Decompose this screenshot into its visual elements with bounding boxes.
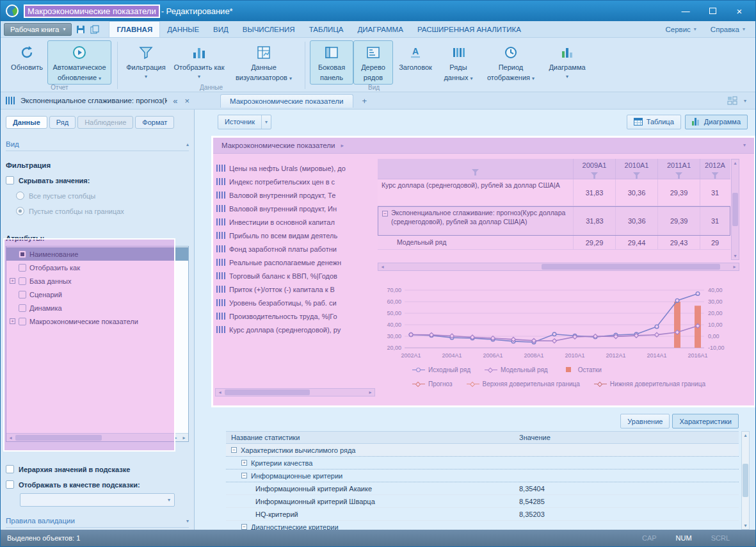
scroll-left-icon[interactable]: ◂	[378, 264, 387, 270]
expand-icon[interactable]: +	[241, 460, 247, 466]
vertical-scrollbar[interactable]: ▴ ▾	[731, 159, 739, 260]
tree-item[interactable]: Реальные располагаемые денежн	[216, 256, 376, 269]
copy-icon[interactable]	[90, 24, 100, 35]
tab-vychisleniya[interactable]: ВЫЧИСЛЕНИЯ	[236, 21, 302, 37]
save-icon[interactable]	[76, 24, 86, 35]
tree-item[interactable]: Инвестиции в основной капитал	[216, 215, 376, 229]
list-item[interactable]: Динамика	[6, 301, 188, 314]
filter-icon[interactable]	[472, 169, 479, 176]
chart-area[interactable]: 70,0060,0050,0040,0030,0020,0040,0030,00…	[378, 285, 739, 363]
data-series-button[interactable]: Ряды данных ▾	[438, 40, 479, 85]
column-header[interactable]: 2012A	[705, 161, 725, 169]
chevron-down-icon[interactable]: ▾	[743, 142, 746, 148]
hide-values-checkbox[interactable]	[6, 176, 14, 184]
tree-item[interactable]: Торговый баланс к ВВП, %|Годов	[216, 269, 376, 282]
section-validation-header[interactable]: Правила валидации ▾	[6, 517, 189, 528]
tab-vid[interactable]: ВИД	[206, 21, 236, 37]
stats-group-row[interactable]: −Информационные критерии	[226, 469, 739, 482]
show-as-tooltip-checkbox[interactable]	[6, 480, 14, 489]
source-button[interactable]: Источник ▾	[218, 115, 271, 129]
column-header[interactable]: 2010A1	[625, 161, 649, 169]
section-view-header[interactable]: Вид ▴	[6, 140, 189, 151]
help-menu[interactable]: Справка▾	[711, 26, 745, 33]
collapse-icon[interactable]: −	[241, 524, 247, 530]
filter-icon[interactable]	[633, 172, 640, 179]
hierarchy-tooltip-checkbox[interactable]	[6, 465, 14, 473]
chart-button[interactable]: Диаграмма ▾	[543, 40, 591, 83]
series-tree-button[interactable]: Дерево рядов	[353, 40, 393, 85]
side-panel-button[interactable]: Боковая панель	[310, 40, 353, 85]
characteristics-button[interactable]: Характеристики	[672, 414, 739, 429]
sidebar-tab-ryad[interactable]: Ряд	[49, 116, 76, 129]
list-item[interactable]: Сценарий	[6, 288, 188, 301]
list-item[interactable]: Отобразить как	[6, 261, 188, 274]
tab-dannye[interactable]: ДАННЫЕ	[160, 21, 206, 37]
expander-icon[interactable]: +	[10, 318, 15, 324]
maximize-icon[interactable]	[702, 4, 723, 18]
expander-icon[interactable]: +	[10, 278, 15, 284]
scroll-up-icon[interactable]: ▴	[741, 432, 750, 438]
table-row[interactable]: Курс доллара (среднегодовой), рублей за …	[378, 179, 730, 206]
minimize-icon[interactable]: —	[675, 4, 696, 18]
stats-group-row[interactable]: +Критерии качества	[226, 457, 739, 469]
vertical-scrollbar[interactable]: ▴ ▾	[741, 431, 750, 530]
scroll-right-icon[interactable]: ▸	[180, 435, 188, 441]
display-period-button[interactable]: Период отображения ▾	[479, 40, 543, 85]
scroll-down-icon[interactable]: ▾	[731, 253, 739, 259]
scroll-left-icon[interactable]: ◂	[216, 389, 224, 395]
collapse-icon[interactable]: −	[382, 211, 388, 216]
column-header[interactable]: 2011A1	[667, 161, 691, 169]
tree-item[interactable]: Производительность труда, %|Го	[216, 309, 376, 323]
scroll-right-icon[interactable]: ▸	[172, 435, 180, 441]
tree-item[interactable]: Валовой внутренний продукт, Ин	[216, 202, 376, 215]
workbook-button[interactable]: Рабочая книга▾	[4, 23, 72, 36]
attribute-checkbox[interactable]	[19, 250, 26, 258]
add-tab-icon[interactable]: +	[362, 96, 367, 106]
auto-refresh-button[interactable]: Автоматическое обновление ▾	[47, 40, 111, 85]
column-header[interactable]: 2009A1	[583, 161, 607, 169]
chevron-down-icon[interactable]: ▾	[744, 98, 746, 104]
attribute-checkbox[interactable]	[19, 264, 26, 272]
filter-icon[interactable]	[712, 172, 719, 179]
stats-group-row[interactable]: −Диагностические критерии	[226, 521, 739, 530]
tree-item[interactable]: Фонд заработной платы работни	[216, 242, 376, 256]
tree-item[interactable]: Валовой внутренний продукт, Те	[216, 188, 376, 202]
document-tab[interactable]: Макроэкономические показатели	[220, 94, 353, 108]
list-item[interactable]: + Макроэкономические показатели	[6, 314, 188, 328]
tab-diagramma[interactable]: ДИАГРАММА	[351, 21, 410, 37]
sidebar-tab-format[interactable]: Формат	[135, 116, 174, 129]
horizontal-scrollbar[interactable]: ◂ ▸	[378, 263, 739, 271]
refresh-button[interactable]: Обновить	[6, 40, 47, 75]
scroll-left-icon[interactable]: ◂	[6, 435, 15, 441]
report-header[interactable]: Макроэкономические показатели ▸ ▾	[213, 137, 755, 154]
display-as-button[interactable]: Отобразить как ▾	[170, 40, 229, 83]
table-row[interactable]: Модельный ряд 29,29 29,44 29,43 29	[378, 236, 730, 250]
tree-item[interactable]: Цены на нефть Urals (мировые), до	[216, 161, 376, 175]
scroll-right-icon[interactable]: ▸	[366, 389, 374, 395]
stats-row[interactable]: Информационный критерий Акаике 8,35404	[226, 482, 739, 495]
list-item[interactable]: + База данных	[6, 274, 188, 288]
tab-glavnaya[interactable]: ГЛАВНАЯ	[109, 21, 160, 37]
sidebar-tab-dannye[interactable]: Данные	[6, 116, 47, 129]
collapse-icon[interactable]: −	[241, 473, 247, 478]
visualizer-data-button[interactable]: Данные визуализаторов ▾	[229, 40, 299, 85]
close-panel-icon[interactable]: ×	[183, 96, 191, 106]
stats-row[interactable]: HQ-критерий 8,35203	[226, 508, 739, 521]
list-item[interactable]: Наименование	[6, 247, 188, 261]
table-view-button[interactable]: Таблица	[627, 115, 681, 129]
tooltip-attribute-select[interactable]: ▾	[20, 493, 175, 507]
tab-rasshirennaya-analitika[interactable]: РАСШИРЕННАЯ АНАЛИТИКА	[410, 21, 528, 37]
tree-item[interactable]: Приток (+)/отток (-) капитала к В	[216, 282, 376, 296]
collapse-panel-icon[interactable]: «	[172, 96, 179, 106]
stats-group-row[interactable]: −Характеристики вычислимого ряда	[226, 444, 739, 457]
scroll-right-icon[interactable]: ▸	[730, 264, 739, 270]
scroll-up-icon[interactable]: ▴	[731, 160, 739, 166]
table-row-selected[interactable]: −Экспоненциальное сглаживание: прогноз(К…	[378, 206, 730, 236]
filter-icon[interactable]	[591, 172, 598, 179]
layout-icon[interactable]	[727, 96, 737, 105]
collapse-icon[interactable]: −	[231, 447, 237, 453]
tree-item[interactable]: Индекс потребительских цен в с	[216, 175, 376, 188]
close-icon[interactable]: ×	[728, 4, 750, 18]
header-button[interactable]: A Заголовок	[393, 40, 438, 75]
chart-view-button[interactable]: Диаграмма	[685, 115, 748, 129]
